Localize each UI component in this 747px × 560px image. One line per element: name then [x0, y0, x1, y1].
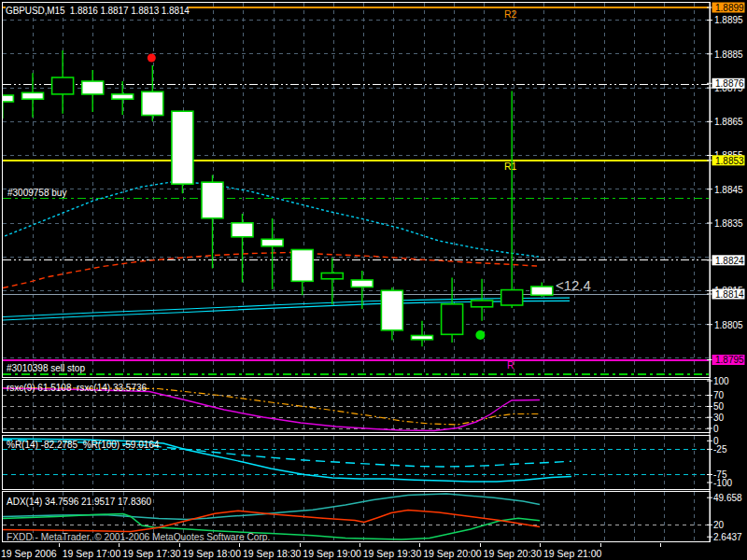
- svg-text:1.8814: 1.8814: [715, 289, 744, 300]
- svg-text:100: 100: [713, 376, 729, 386]
- svg-text:1.8795: 1.8795: [715, 355, 744, 365]
- svg-text:1.8885: 1.8885: [714, 49, 743, 60]
- svg-text:ADX(14) 34.7596 21.9517 17.836: ADX(14) 34.7596 21.9517 17.8360: [7, 497, 152, 507]
- svg-text:19 Sep 20:30: 19 Sep 20:30: [484, 548, 543, 559]
- svg-text:49.658: 49.658: [713, 493, 742, 503]
- svg-text:1.8853: 1.8853: [715, 156, 744, 166]
- svg-text:%R(14) -82.2785 %R(100) -59.0: %R(14) -82.2785 %R(100) -59.0164: [7, 440, 160, 450]
- svg-text:1.8835: 1.8835: [714, 218, 743, 229]
- svg-text:50: 50: [713, 401, 725, 412]
- svg-text:1.8876: 1.8876: [715, 78, 744, 89]
- svg-text:0: 0: [713, 424, 719, 434]
- svg-text:#3010398 sell stop: #3010398 sell stop: [7, 363, 85, 373]
- svg-text:rsxc(9) 61.5108 rsxc(14) 33.5: rsxc(9) 61.5108 rsxc(14) 33.5736: [7, 383, 148, 393]
- svg-text:1.8899: 1.8899: [715, 3, 744, 13]
- svg-text:19 Sep 18:30: 19 Sep 18:30: [243, 548, 302, 559]
- svg-text:1.8865: 1.8865: [714, 117, 743, 127]
- svg-text:30: 30: [713, 413, 725, 423]
- svg-text:20: 20: [713, 520, 725, 530]
- svg-text:#3009758 buy: #3009758 buy: [7, 188, 66, 198]
- svg-text:FXDD - MetaTrader, © 2001-2006: FXDD - MetaTrader, © 2001-2006 MetaQuote…: [7, 532, 270, 542]
- svg-text:1.8895: 1.8895: [714, 15, 743, 25]
- svg-text:19 Sep 18:00: 19 Sep 18:00: [183, 548, 242, 559]
- svg-text:R2: R2: [504, 8, 517, 20]
- svg-text:<12.4: <12.4: [556, 277, 591, 293]
- svg-text:-25: -25: [713, 444, 727, 455]
- svg-text:19 Sep 2006: 19 Sep 2006: [1, 548, 57, 559]
- svg-text:19 Sep 20:00: 19 Sep 20:00: [423, 548, 482, 559]
- svg-text:1.8845: 1.8845: [714, 185, 743, 195]
- svg-text:2.6437: 2.6437: [713, 532, 742, 542]
- svg-text:-100: -100: [713, 478, 732, 488]
- svg-text:19 Sep 19:30: 19 Sep 19:30: [363, 548, 422, 559]
- svg-text:R1: R1: [504, 161, 517, 172]
- svg-text:19 Sep 19:00: 19 Sep 19:00: [303, 548, 361, 559]
- svg-text:GBPUSD,M15 1.8816 1.8817 1.88: GBPUSD,M15 1.8816 1.8817 1.8813 1.8814: [6, 6, 190, 16]
- svg-text:R: R: [507, 359, 514, 371]
- svg-text:19 Sep 17:00: 19 Sep 17:00: [63, 548, 121, 559]
- svg-text:1.8805: 1.8805: [714, 320, 743, 330]
- svg-text:70: 70: [713, 390, 725, 400]
- svg-text:19 Sep 21:00: 19 Sep 21:00: [543, 548, 602, 559]
- svg-text:1.8824: 1.8824: [715, 256, 744, 266]
- svg-text:19 Sep 17:30: 19 Sep 17:30: [122, 548, 181, 559]
